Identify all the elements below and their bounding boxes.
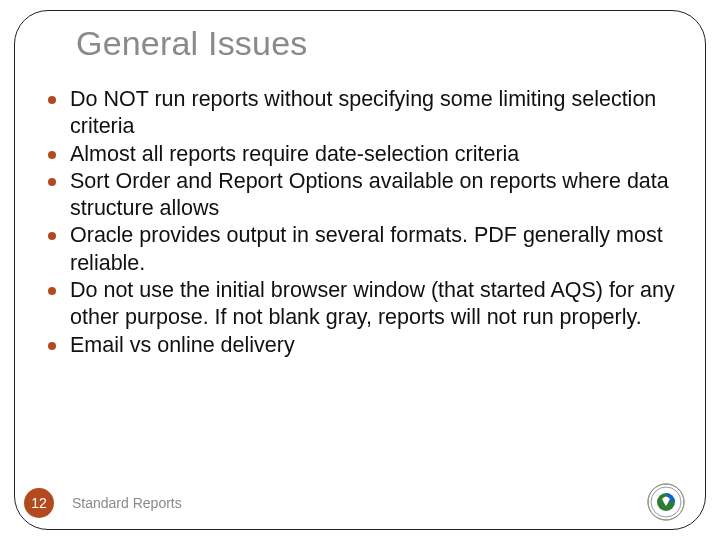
footer-text: Standard Reports (72, 495, 182, 511)
epa-logo-icon (646, 482, 686, 522)
slide: General Issues Do NOT run reports withou… (0, 0, 720, 540)
bullet-list: Do NOT run reports without specifying so… (44, 86, 680, 359)
list-item: Do NOT run reports without specifying so… (44, 86, 680, 141)
list-item: Oracle provides output in several format… (44, 222, 680, 277)
slide-title: General Issues (76, 24, 307, 63)
bullet-text: Email vs online delivery (70, 333, 295, 357)
page-number-badge: 12 (24, 488, 54, 518)
bullet-text: Do not use the initial browser window (t… (70, 278, 675, 329)
footer: 12 Standard Reports (24, 488, 182, 518)
bullet-text: Almost all reports require date-selectio… (70, 142, 519, 166)
bullet-text: Oracle provides output in several format… (70, 223, 663, 274)
bullet-text: Sort Order and Report Options available … (70, 169, 669, 220)
slide-content: Do NOT run reports without specifying so… (44, 86, 680, 359)
list-item: Sort Order and Report Options available … (44, 168, 680, 223)
list-item: Almost all reports require date-selectio… (44, 141, 680, 168)
list-item: Do not use the initial browser window (t… (44, 277, 680, 332)
page-number: 12 (31, 495, 47, 511)
bullet-text: Do NOT run reports without specifying so… (70, 87, 656, 138)
list-item: Email vs online delivery (44, 332, 680, 359)
